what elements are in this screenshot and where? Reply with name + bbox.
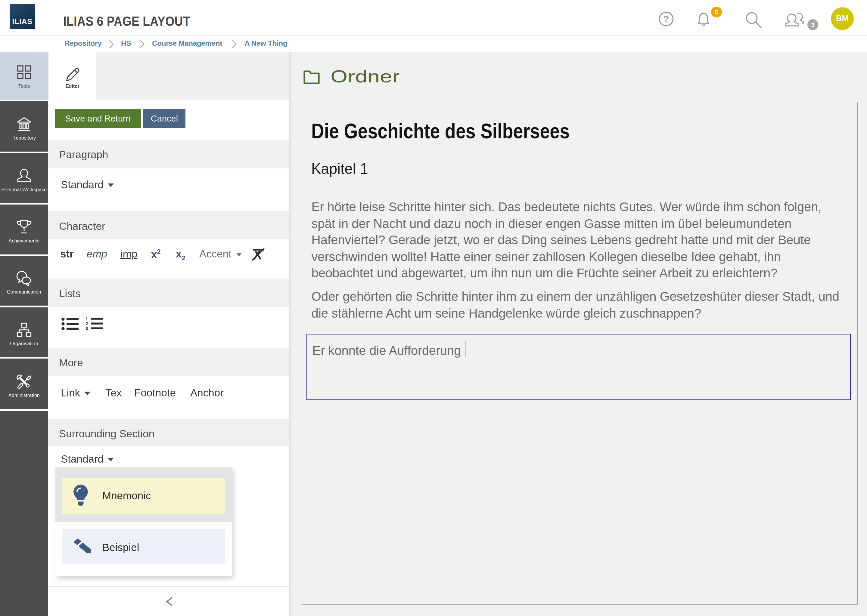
svg-text:1: 1 xyxy=(85,316,88,321)
svg-text:?: ? xyxy=(664,14,669,24)
svg-text:3: 3 xyxy=(85,326,88,331)
svg-text:2: 2 xyxy=(85,321,88,326)
